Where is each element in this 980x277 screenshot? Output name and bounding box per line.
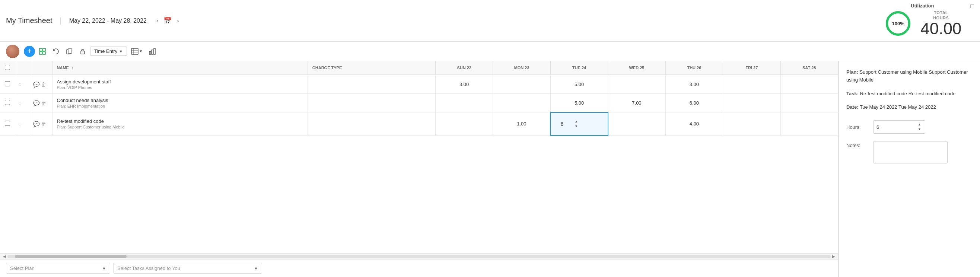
row1-charge-cell xyxy=(307,75,435,94)
page-title: My Timesheet xyxy=(6,16,52,25)
row3-fri-cell[interactable] xyxy=(723,113,780,135)
hours-field-label: Hours: xyxy=(846,124,869,130)
row1-checkbox-cell xyxy=(0,75,15,94)
chart-button[interactable] xyxy=(146,46,158,57)
detail-plan-value: Support Customer using Mobile xyxy=(859,69,927,75)
row1-mon-cell[interactable] xyxy=(493,75,550,94)
row2-delete-icon[interactable]: 🗑 xyxy=(41,100,46,106)
time-entry-dropdown-arrow: ▼ xyxy=(119,49,123,54)
row3-name-cell: Re-test modified code Plan: Support Cust… xyxy=(52,113,307,135)
time-entry-dropdown[interactable]: Time Entry ▼ xyxy=(90,46,127,56)
row2-task-plan: Plan: EHR Implementation xyxy=(57,104,303,108)
row3-thu-cell[interactable]: 4.00 xyxy=(665,113,723,135)
scroll-right-arrow[interactable]: ▶ xyxy=(831,254,837,258)
row1-delete-icon[interactable]: 🗑 xyxy=(41,81,46,88)
row1-actions-cell: 💬 🗑 xyxy=(30,75,52,94)
row2-wed-cell[interactable]: 7.00 xyxy=(608,94,665,113)
calendar-icon[interactable]: 📅 xyxy=(164,17,172,25)
select-task-dropdown[interactable]: Select Tasks Assigned to You ▼ xyxy=(113,263,262,274)
charge-type-col-header: CHARGE TYPE xyxy=(307,61,435,75)
detail-plan-label: Plan: xyxy=(846,69,858,75)
row2-checkbox-cell xyxy=(0,94,15,113)
horizontal-scrollbar[interactable]: ◀ ▶ xyxy=(0,253,838,259)
row3-comment-icon[interactable]: 💬 xyxy=(33,121,40,127)
row1-sun-cell[interactable]: 3.00 xyxy=(435,75,493,94)
toolbar: + Time Entry ▼ ▼ xyxy=(0,42,980,61)
row1-thu-cell[interactable]: 3.00 xyxy=(665,75,723,94)
status-col-header xyxy=(15,61,30,75)
hours-spinner-up[interactable]: ▲ xyxy=(574,119,579,124)
fri-col-header: FRI 27 xyxy=(723,61,780,75)
row1-tue-cell[interactable]: 5.00 xyxy=(550,75,608,94)
row1-fri-cell[interactable] xyxy=(723,75,780,94)
total-hours-section: TOTALHOURS 40.00 xyxy=(920,10,961,37)
next-date-button[interactable]: › xyxy=(175,17,181,25)
row2-actions-cell: 💬 🗑 xyxy=(30,94,52,113)
row3-sat-cell[interactable] xyxy=(780,113,838,135)
row2-charge-cell xyxy=(307,94,435,113)
row2-tue-cell[interactable]: 5.00 xyxy=(550,94,608,113)
select-plan-dropdown[interactable]: Select Plan ▼ xyxy=(6,263,110,274)
notes-field-label: Notes: xyxy=(846,141,869,148)
avatar xyxy=(6,45,19,58)
mon-col-header: MON 23 xyxy=(493,61,550,75)
row2-checkbox[interactable] xyxy=(5,100,10,105)
row1-task-name: Assign development staff xyxy=(57,79,303,84)
row2-sat-cell[interactable] xyxy=(780,94,838,113)
detail-date-field: Date: Tue May 24 2022 Tue May 24 2022 xyxy=(846,103,972,111)
row2-fri-cell[interactable] xyxy=(723,94,780,113)
detail-hours-up[interactable]: ▲ xyxy=(917,122,922,127)
select-task-placeholder: Select Tasks Assigned to You xyxy=(117,266,180,271)
row3-mon-cell[interactable]: 1.00 xyxy=(493,113,550,135)
add-button[interactable]: + xyxy=(24,46,35,57)
table-dropdown-arrow: ▼ xyxy=(139,49,143,53)
row1-checkbox[interactable] xyxy=(5,81,10,86)
add-row: Select Plan ▼ Select Tasks Assigned to Y… xyxy=(0,259,838,277)
svg-rect-4 xyxy=(40,52,42,54)
row3-wed-cell[interactable] xyxy=(608,113,665,135)
row3-tue-cell-active[interactable]: ▲ ▼ xyxy=(550,113,608,135)
row3-actions-cell: 💬 🗑 xyxy=(30,113,52,135)
select-task-arrow: ▼ xyxy=(254,266,258,271)
utilization-section: Utilization 100% TOTALHOURS xyxy=(883,3,961,38)
undo-button[interactable] xyxy=(50,46,62,57)
row3-checkbox[interactable] xyxy=(5,121,10,126)
notes-textarea[interactable] xyxy=(873,141,948,164)
row2-comment-icon[interactable]: 💬 xyxy=(33,100,40,106)
table-row: ○ 💬 🗑 Assign development staff Plan: xyxy=(0,75,838,94)
detail-task-value: Re-test modified code xyxy=(860,91,907,96)
row2-mon-cell[interactable] xyxy=(493,94,550,113)
row2-sun-cell[interactable] xyxy=(435,94,493,113)
detail-hours-down[interactable]: ▼ xyxy=(917,127,922,132)
row1-comment-icon[interactable]: 💬 xyxy=(33,81,40,88)
wed-col-header: WED 25 xyxy=(608,61,665,75)
select-all-checkbox[interactable] xyxy=(5,65,10,70)
utilization-percentage: 100% xyxy=(892,21,904,26)
row1-wed-cell[interactable] xyxy=(608,75,665,94)
lock-button[interactable] xyxy=(77,46,89,57)
row3-delete-icon[interactable]: 🗑 xyxy=(41,121,46,127)
table-view-button[interactable]: ▼ xyxy=(129,46,145,57)
scroll-thumb[interactable] xyxy=(15,255,127,258)
expand-button[interactable]: □ xyxy=(970,3,974,10)
grid-view-button[interactable] xyxy=(37,46,48,57)
copy-button[interactable] xyxy=(63,46,75,57)
hours-spinner-down[interactable]: ▼ xyxy=(574,124,579,129)
sort-icon[interactable]: ↑ xyxy=(72,65,74,70)
scroll-left-arrow[interactable]: ◀ xyxy=(2,254,8,258)
row2-name-cell: Conduct needs analysis Plan: EHR Impleme… xyxy=(52,94,307,113)
thu-col-header: THU 26 xyxy=(665,61,723,75)
detail-task-value-text: Re-test modified code xyxy=(908,91,955,96)
row1-circle-icon: ○ xyxy=(18,81,22,88)
row2-thu-cell[interactable]: 6.00 xyxy=(665,94,723,113)
title-divider: | xyxy=(60,16,61,25)
row3-sun-cell[interactable] xyxy=(435,113,493,135)
row1-sat-cell[interactable] xyxy=(780,75,838,94)
prev-date-button[interactable]: ‹ xyxy=(154,17,161,25)
detail-date-value-text: Tue May 24 2022 xyxy=(899,104,936,110)
hours-input-active[interactable] xyxy=(551,119,573,129)
svg-rect-14 xyxy=(151,50,153,54)
hours-input-box[interactable]: 6 ▲ ▼ xyxy=(873,120,925,134)
row3-checkbox-cell xyxy=(0,113,15,135)
row3-circle-icon: ○ xyxy=(18,121,22,127)
